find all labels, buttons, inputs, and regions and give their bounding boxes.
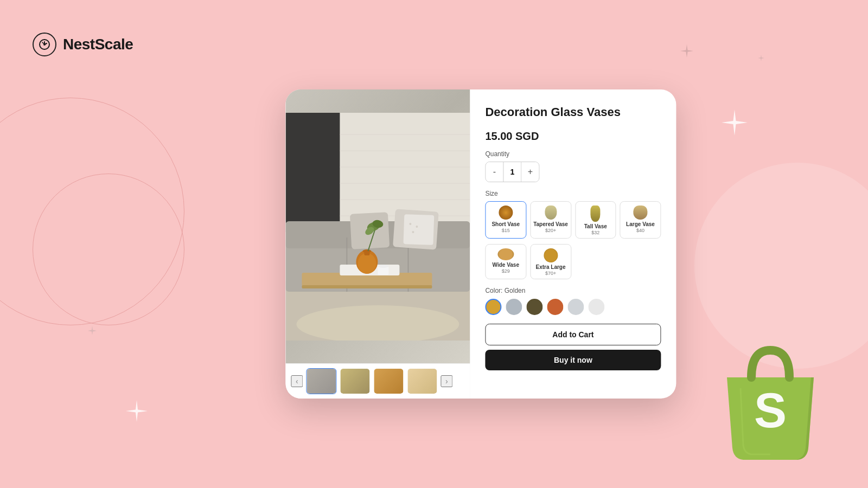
color-swatch-olive[interactable]: [526, 299, 542, 315]
size-price-xl: $70+: [533, 271, 569, 276]
size-name-xl: Extra Large: [533, 264, 569, 271]
size-price-tall: $32: [578, 230, 614, 235]
size-grid-spacer-1: [575, 244, 616, 279]
color-swatch-golden[interactable]: [485, 299, 501, 315]
size-option-tapered[interactable]: Tapered Vase $20+: [530, 201, 571, 239]
thumbnail-3[interactable]: [373, 368, 404, 394]
thumbnail-4[interactable]: [407, 368, 437, 394]
svg-point-22: [409, 223, 411, 225]
thumb-prev-button[interactable]: ‹: [291, 375, 303, 387]
size-grid-row2: Wide Vase $29 Extra Large $70+: [485, 244, 661, 279]
color-swatch-lightgray[interactable]: [567, 299, 584, 315]
quantity-minus-button[interactable]: -: [486, 162, 503, 182]
sparkle-left: [87, 325, 98, 336]
sparkle-bottom-left: [125, 399, 149, 423]
size-label: Size: [485, 190, 661, 197]
size-grid-row1: Short Vase $15 Tapered Vase $20+ Tall Va…: [485, 201, 661, 239]
quantity-control: - 1 +: [485, 162, 539, 182]
buy-now-button[interactable]: Buy it now: [485, 350, 661, 370]
color-label: Color: Golden: [485, 287, 661, 294]
shopify-bag: S: [716, 339, 825, 472]
size-name-wide: Wide Vase: [488, 262, 524, 268]
main-product-image: [285, 89, 470, 363]
svg-rect-6: [285, 113, 340, 232]
circle-decoration-1: [0, 98, 184, 325]
product-info-section: Decoration Glass Vases 15.00 SGD Quantit…: [470, 89, 676, 399]
svg-rect-31: [364, 251, 369, 255]
quantity-value: 1: [503, 162, 521, 182]
logo: NestScale: [33, 33, 133, 56]
size-option-short[interactable]: Short Vase $15: [485, 201, 526, 239]
logo-icon: [33, 33, 56, 56]
color-swatch-copper[interactable]: [547, 299, 563, 315]
svg-point-29: [358, 253, 376, 274]
size-price-wide: $29: [488, 268, 524, 274]
svg-point-37: [378, 265, 388, 268]
svg-text:S: S: [754, 383, 787, 438]
size-price-large: $40: [623, 228, 659, 233]
product-price: 15.00 SGD: [485, 130, 661, 143]
quantity-plus-button[interactable]: +: [521, 162, 539, 182]
svg-rect-26: [302, 285, 432, 288]
add-to-cart-button[interactable]: Add to Cart: [485, 324, 661, 345]
thumbnail-2[interactable]: [340, 368, 370, 394]
sparkle-mid-right: [720, 108, 749, 137]
thumb-next-button[interactable]: ›: [441, 375, 452, 387]
svg-rect-21: [403, 214, 434, 245]
size-price-short: $15: [488, 228, 524, 233]
sparkle-top-right: [679, 43, 694, 59]
product-image-placeholder: [285, 89, 470, 363]
color-swatch-silver[interactable]: [506, 299, 522, 315]
size-price-tapered: $20+: [533, 228, 569, 233]
size-name-short: Short Vase: [488, 221, 524, 228]
size-option-tall[interactable]: Tall Vase $32: [575, 201, 616, 239]
thumbnail-1[interactable]: [306, 368, 336, 394]
size-name-tapered: Tapered Vase: [533, 221, 569, 228]
product-title: Decoration Glass Vases: [485, 105, 661, 120]
color-swatch-whitegray[interactable]: [588, 299, 604, 315]
circle-decoration-2: [33, 174, 184, 325]
sparkle-small-top: [757, 54, 765, 62]
product-card: ‹ › Decoration Glass Vases 15.00 SGD Qua…: [285, 89, 676, 399]
size-name-tall: Tall Vase: [578, 223, 614, 230]
size-grid-spacer-2: [620, 244, 661, 279]
svg-point-24: [412, 231, 414, 233]
size-option-wide[interactable]: Wide Vase $29: [485, 244, 526, 279]
size-option-large[interactable]: Large Vase $40: [620, 201, 661, 239]
thumbnails-row: ‹ ›: [285, 363, 470, 399]
svg-point-23: [416, 226, 418, 228]
size-option-xl[interactable]: Extra Large $70+: [530, 244, 571, 279]
size-name-large: Large Vase: [623, 221, 659, 228]
quantity-label: Quantity: [485, 150, 661, 158]
color-swatches: [485, 299, 661, 315]
product-image-section: ‹ ›: [285, 89, 470, 399]
circle-decoration-3: [694, 163, 868, 369]
logo-text: NestScale: [63, 36, 133, 53]
